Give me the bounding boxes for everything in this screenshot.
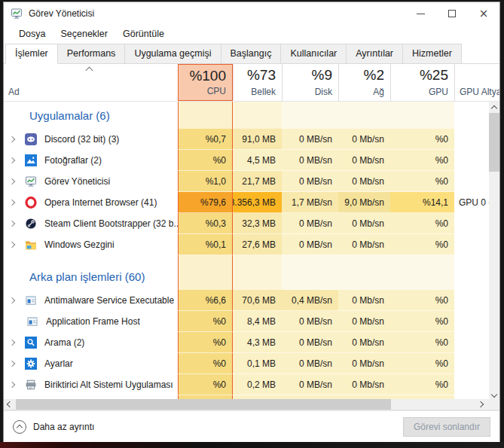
menu-item-0[interactable]: Dosya: [11, 26, 53, 41]
tab-4[interactable]: Kullanıcılar: [281, 44, 347, 64]
network-total-percent: %2: [364, 67, 384, 84]
gpu-cell: %0: [390, 311, 454, 332]
gpu_engine-cell: [454, 332, 489, 353]
scroll-down-button[interactable]: [489, 389, 499, 399]
memory-cell: 0,1 MB: [233, 353, 282, 374]
process-row[interactable]: Opera Internet Browser (41)%79,63.356,3 …: [4, 192, 489, 213]
disk-cell: 0 MB/sn: [282, 234, 338, 255]
task-manager-app-icon: [11, 8, 23, 20]
tab-bar: İşlemlerPerformansUygulama geçmişiBaşlan…: [4, 43, 499, 64]
network-band-cell: [338, 263, 390, 290]
tab-5[interactable]: Ayrıntılar: [347, 44, 403, 64]
process-row[interactable]: Fotoğraflar (2)%04,5 MB0 MB/sn0 Mb/sn%0: [4, 150, 489, 171]
network-cell: 0 Mb/sn: [338, 234, 390, 255]
process-name: Antimalware Service Executable: [44, 295, 174, 306]
cpu-cell: %0: [178, 150, 233, 171]
tab-2[interactable]: Uygulama geçmişi: [125, 44, 221, 64]
gpu-total-percent: %25: [420, 67, 448, 84]
name-column-label: Ad: [8, 87, 20, 97]
expand-chevron-icon[interactable]: [9, 382, 15, 388]
name-column-header[interactable]: Ad: [4, 64, 178, 101]
process-name: Opera Internet Browser (41): [44, 197, 157, 208]
vertical-scrollbar-thumb[interactable]: [489, 113, 499, 172]
network-cell: 0 Mb/sn: [338, 332, 390, 353]
window-controls: ×: [405, 2, 499, 25]
memory-column-header[interactable]: %73Bellek: [233, 64, 282, 101]
tab-0[interactable]: İşlemler: [5, 44, 58, 64]
cpu-band-cell: [178, 255, 233, 263]
minimize-button[interactable]: [405, 2, 436, 25]
column-header-row: Ad %100CPU%73Bellek%9Disk%2Ağ%25GPUGPU A…: [4, 64, 499, 102]
process-row[interactable]: Antimalware Service Executable%6,670,6 M…: [4, 290, 489, 311]
gpu_engine-cell: [454, 150, 489, 171]
process-name-cell: Antimalware Service Executable: [4, 290, 178, 311]
disk-column-header[interactable]: %9Disk: [282, 64, 338, 101]
gpu_engine-column-label: GPU Altyapısı: [460, 87, 500, 97]
network-cell: 0 Mb/sn: [338, 374, 390, 395]
menu-item-2[interactable]: Görüntüle: [115, 26, 172, 41]
tab-1[interactable]: Performans: [58, 44, 126, 64]
process-name: Biriktirici Alt Sistemi Uygulaması: [44, 379, 173, 390]
close-icon: ×: [479, 8, 489, 20]
tab-3[interactable]: Başlangıç: [221, 44, 282, 64]
cpu-band-cell: [178, 102, 233, 129]
gpu-column-header[interactable]: %25GPU: [390, 64, 454, 101]
scroll-up-button[interactable]: [489, 102, 499, 112]
memory-cell: 70,6 MB: [233, 290, 282, 311]
end-task-button[interactable]: Görevi sonlandır: [403, 417, 490, 437]
expand-chevron-icon[interactable]: [9, 242, 15, 248]
network-cell: 0 Mb/sn: [338, 353, 390, 374]
section-header[interactable]: Arka plan işlemleri (60): [4, 263, 489, 290]
gpu-cell: %0: [390, 290, 454, 311]
expand-chevron-icon[interactable]: [9, 361, 15, 367]
process-row[interactable]: Ayarlar%00,1 MB0 MB/sn0 Mb/sn%0: [4, 353, 489, 374]
settings-icon: [25, 358, 37, 370]
expand-chevron-icon[interactable]: [9, 200, 15, 206]
cpu-column-header[interactable]: %100CPU: [178, 64, 233, 101]
disk-cell: 0 MB/sn: [282, 150, 338, 171]
section-header[interactable]: Uygulamalar (6): [4, 102, 489, 129]
process-row[interactable]: Application Frame Host%08,4 MB0 MB/sn0 M…: [4, 311, 489, 332]
memory-cell: 0,2 MB: [233, 374, 282, 395]
gpu-cell: %0: [390, 332, 454, 353]
gpu_engine-band-cell: [454, 255, 489, 263]
process-row[interactable]: Arama (2)%04,3 MB0 MB/sn0 Mb/sn%0: [4, 332, 489, 353]
disk-band-cell: [282, 102, 338, 129]
expand-chevron-icon[interactable]: [9, 157, 15, 163]
details-toggle[interactable]: Daha az ayrıntı: [13, 420, 94, 434]
folder-icon: [25, 239, 37, 251]
process-name-cell: Ayarlar: [4, 353, 178, 374]
process-row[interactable]: Discord (32 bit) (3)%0,791,0 MB0 MB/sn0 …: [4, 129, 489, 150]
tab-6[interactable]: Hizmetler: [403, 44, 462, 64]
minimize-icon: [417, 14, 425, 14]
section-label: Uygulamalar (6): [4, 102, 178, 129]
disk-cell: 0 MB/sn: [282, 311, 338, 332]
process-row[interactable]: Steam Client Bootstrapper (32 b...%0,332…: [4, 213, 489, 234]
network-band-cell: [338, 255, 390, 263]
network-column-header[interactable]: %2Ağ: [338, 64, 390, 101]
window-title: Görev Yöneticisi: [29, 8, 94, 19]
process-row[interactable]: Windows Gezgini%0,127,6 MB0 MB/sn0 Mb/sn…: [4, 234, 489, 255]
process-row[interactable]: Biriktirici Alt Sistemi Uygulaması%00,2 …: [4, 374, 489, 395]
cpu-cell: %0: [178, 353, 233, 374]
close-button[interactable]: ×: [468, 2, 499, 25]
cpu-cell: %0: [178, 332, 233, 353]
expand-chevron-icon[interactable]: [9, 221, 15, 227]
process-row[interactable]: Görev Yöneticisi%1,021,7 MB0 MB/sn0 Mb/s…: [4, 171, 489, 192]
expand-chevron-icon[interactable]: [9, 297, 15, 303]
disk-column-label: Disk: [315, 87, 332, 97]
menu-item-1[interactable]: Seçenekler: [53, 26, 115, 41]
expand-chevron-icon[interactable]: [9, 340, 15, 346]
desktop-background-strip: [0, 442, 504, 448]
vertical-scrollbar[interactable]: [489, 102, 499, 399]
expand-chevron-icon[interactable]: [9, 136, 15, 142]
gpu-column-label: GPU: [429, 87, 448, 97]
horizontal-scrollbar-thumb[interactable]: [16, 399, 391, 410]
horizontal-scrollbar[interactable]: [4, 399, 499, 410]
gpu-band-cell: [390, 263, 454, 290]
expand-chevron-icon[interactable]: [9, 178, 15, 184]
memory-cell: 4,3 MB: [233, 332, 282, 353]
gpu_engine-column-header[interactable]: GPU Altyapısı: [454, 64, 500, 101]
disk-cell: 0 MB/sn: [282, 353, 338, 374]
maximize-button[interactable]: [436, 2, 468, 25]
